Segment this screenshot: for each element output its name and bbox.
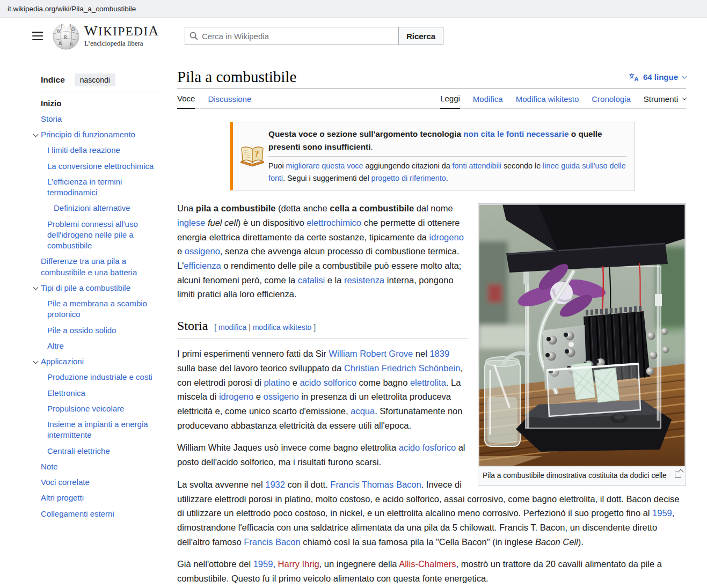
chevron-down-icon[interactable] [33,358,39,364]
tab-cronologia[interactable]: Cronologia [592,90,631,108]
tab-modifica[interactable]: Modifica [473,90,503,108]
fuel-cell-photo [478,204,686,467]
article-link[interactable]: acido solforico [300,378,356,387]
article-link[interactable]: 1959 [253,559,273,569]
hamburger-menu-icon[interactable] [32,32,43,40]
tab-modifica-wikitesto[interactable]: Modifica wikitesto [516,90,579,108]
page-url[interactable]: it.wikipedia.org/wiki/Pila_a_combustibil… [8,5,136,13]
article-link[interactable]: elettrolita [410,378,446,387]
article-link[interactable]: idrogeno [219,392,253,401]
toc-item[interactable]: Propulsione veicolare [32,401,157,416]
expand-image-icon[interactable] [675,472,681,478]
red-link[interactable]: Harry Ihrig [278,559,319,569]
toc-item[interactable]: Note [32,459,157,474]
tab-strumenti[interactable]: Strumenti [644,90,686,108]
search-submit-button[interactable]: Ricerca [398,27,443,45]
wikipedia-logo[interactable]: W Ω R Δ N WIKIPEDIA L’enciclopedia liber… [52,22,159,50]
image-caption: Pila a combustibile dimostrativa costitu… [478,467,686,485]
article-tabs: VoceDiscussione LeggiModificaModifica wi… [177,90,686,109]
text-segment: chiamò così la sua famosa pila la "Cella… [301,537,535,547]
section-edit-links: [ modifica | modifica wikitesto ] [214,321,316,334]
text-segment: fuel cell [208,218,238,227]
text-segment: e [290,378,300,387]
article-link[interactable]: acqua [351,406,375,416]
toc-item[interactable]: Principio di funzionamento [32,127,157,143]
toc-item[interactable]: I limiti della reazione [32,143,157,158]
text-segment: secondo le [501,161,543,170]
red-link[interactable]: Allis-Chalmers [399,559,456,569]
article-link[interactable]: fonti attendibili [453,161,501,170]
toc-item[interactable]: Definizioni alternative [32,201,157,216]
tab-discussione[interactable]: Discussione [208,90,251,108]
toc-item[interactable]: Produzione industriale e costi [32,370,157,385]
article-link[interactable]: 1959 [652,508,672,518]
toc-item[interactable]: Storia [32,111,157,127]
toc-item[interactable]: Collegamenti esterni [32,506,157,521]
svg-text:R: R [64,34,67,40]
table-of-contents: Indice nascondi InizioStoriaPrincipio di… [32,54,163,521]
section-title: Storia [177,315,208,336]
toc-item[interactable]: Tipi di pile a combustibile [32,280,157,296]
notice-divider [268,156,627,157]
toc-item[interactable]: Altre [32,338,157,354]
tab-voce[interactable]: Voce [177,90,195,109]
article-link[interactable]: platino [264,378,290,387]
toc-item[interactable]: La conversione elettrochimica [32,158,157,174]
toc-item[interactable]: Elettronica [32,385,157,401]
text-segment: . Segui i suggerimenti del [283,174,371,182]
article-link[interactable]: migliorare questa voce [286,161,363,170]
article-link[interactable]: catalisi [298,275,325,285]
chevron-down-icon[interactable] [33,285,39,290]
article-link[interactable]: Christian Friedrich Schönbein [344,363,460,373]
article-link[interactable]: resistenza [344,275,384,285]
article-thumbnail[interactable]: Pila a combustibile dimostrativa costitu… [478,203,686,486]
wiki-header: W Ω R Δ N WIKIPEDIA L’enciclopedia liber… [0,18,707,54]
article-link[interactable]: elettrochimico [307,218,361,227]
edit-wikitext-link[interactable]: modifica wikitesto [253,323,312,332]
article-link[interactable]: William Robert Grove [329,349,413,358]
article-content: Pila a combustibile A 64 lingue VoceDisc… [177,54,686,588]
toc-item[interactable]: Problemi connessi all'uso dell'idrogeno … [32,216,157,254]
chevron-down-icon [682,95,687,100]
browser-address-bar[interactable]: it.wikipedia.org/wiki/Pila_a_combustibil… [0,0,707,18]
language-count-label[interactable]: 64 lingue [643,72,678,82]
svg-text:N: N [70,42,73,47]
article-link[interactable]: Francis Bacon [244,537,300,547]
toc-item[interactable]: Inizio [32,95,157,111]
svg-text:Δ: Δ [59,41,62,46]
toc-hide-button[interactable]: nascondi [75,74,115,86]
toc-item[interactable]: Pile a membrana a scambio protonico [32,296,157,323]
article-link[interactable]: non cita le fonti necessarie [463,129,568,138]
tab-leggi[interactable]: Leggi [440,90,460,109]
toc-item[interactable]: Pile a ossido solido [32,322,157,338]
text-segment: I primi esperimenti vennero fatti da Sir [177,349,329,358]
toc-item[interactable]: Insieme a impianti a energia intermitten… [32,417,157,444]
search-input[interactable] [202,32,394,41]
language-selector-button[interactable]: A 64 lingue [629,72,686,82]
article-link[interactable]: ossigeno [264,392,299,401]
toc-item-label: Centrali elettriche [47,446,110,455]
svg-text:Ω: Ω [71,27,75,32]
notice-main-text: Questa voce o sezione sull'argomento tec… [268,128,627,153]
article-link[interactable]: inglese [177,218,205,227]
article-link[interactable]: efficienza [184,261,221,270]
article-link[interactable]: idrogeno [429,232,464,242]
text-segment: . [370,142,373,151]
text-segment: , un ingegnere della [319,559,399,569]
edit-link[interactable]: modifica [218,323,246,332]
toc-item[interactable]: Centrali elettriche [32,443,157,459]
toc-item[interactable]: Voci correlate [32,475,157,490]
toc-item[interactable]: Altri progetti [32,490,157,506]
toc-item[interactable]: L'efficienza in termini termodinamici [32,174,157,201]
search-box[interactable] [185,27,399,45]
article-link[interactable]: progetto di riferimento [371,174,446,182]
toc-item[interactable]: Applicazioni [32,354,157,370]
chevron-down-icon[interactable] [33,131,39,137]
text-segment: , [273,559,278,569]
article-link[interactable]: 1839 [429,349,449,358]
article-link[interactable]: Francis Thomas Bacon [330,480,421,489]
toc-item[interactable]: Differenze tra una pila a combustibile e… [32,254,157,281]
article-link[interactable]: ossigeno [185,246,220,256]
article-link[interactable]: 1932 [265,480,285,489]
article-link[interactable]: acido fosforico [399,443,456,452]
